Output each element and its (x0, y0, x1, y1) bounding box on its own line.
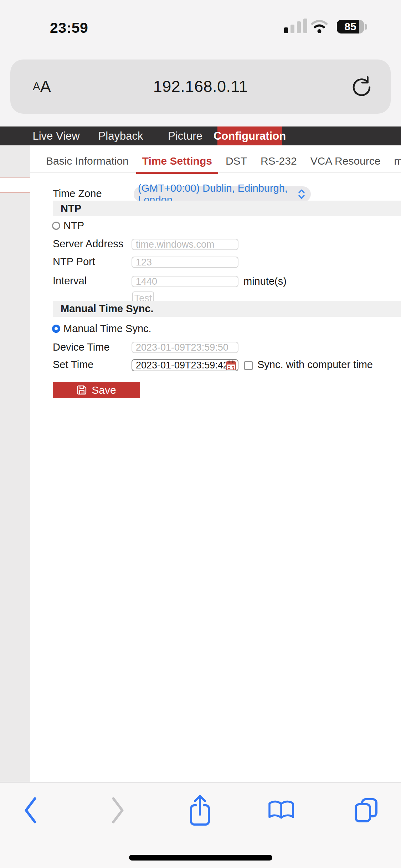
left-menu-strip[interactable] (0, 145, 30, 782)
sync-with-computer-checkbox[interactable] (244, 361, 253, 370)
sync-with-computer-label: Sync. with computer time (257, 358, 373, 371)
reload-icon[interactable] (350, 76, 372, 98)
status-time: 23:59 (50, 20, 88, 36)
nav-item-live-view[interactable]: Live View (24, 126, 88, 145)
interval-input[interactable] (132, 276, 238, 287)
settings-tab-bar: Basic Information Time Settings DST RS-2… (30, 145, 401, 172)
safari-url-bar[interactable]: AA 192.168.0.11 (10, 60, 391, 114)
calendar-icon[interactable] (226, 360, 236, 371)
bookmarks-icon[interactable] (267, 799, 295, 822)
save-button[interactable]: Save (53, 382, 140, 398)
save-button-label: Save (92, 384, 116, 396)
nav-item-configuration[interactable]: Configuration (217, 126, 282, 145)
wifi-icon (311, 18, 328, 33)
ntp-port-label: NTP Port (53, 255, 95, 268)
tab-dst[interactable]: DST (226, 155, 247, 167)
home-indicator[interactable] (129, 855, 272, 861)
status-and-url-chrome: 23:59 85 AA 192.168.0.11 (0, 0, 401, 126)
tab-vca-resource[interactable]: VCA Resource (310, 155, 381, 167)
safari-bottom-toolbar (0, 782, 401, 868)
manual-sync-section-header: Manual Time Sync. (53, 301, 401, 317)
forward-icon[interactable] (109, 796, 126, 824)
ntp-section-header: NTP (53, 201, 401, 216)
set-time-label: Set Time (53, 358, 93, 371)
device-time-input (132, 342, 238, 353)
tab-time-settings[interactable]: Time Settings (142, 155, 212, 167)
manual-sync-radio[interactable] (52, 325, 60, 333)
ntp-port-input[interactable] (132, 257, 238, 268)
tab-basic-information[interactable]: Basic Information (46, 155, 129, 167)
share-icon[interactable] (186, 794, 214, 827)
chevron-up-down-icon (297, 189, 306, 200)
time-zone-label: Time Zone (53, 187, 102, 200)
back-icon[interactable] (22, 796, 39, 824)
ntp-radio-label: NTP (63, 219, 84, 232)
server-address-input[interactable] (132, 239, 238, 250)
tab-metadata-settings[interactable]: metadata Settings (394, 155, 401, 167)
tab-rs232[interactable]: RS-232 (261, 155, 297, 167)
server-address-label: Server Address (53, 238, 123, 250)
battery-indicator: 85 (337, 20, 364, 33)
time-zone-select[interactable]: (GMT+00:00) Dublin, Edinburgh, London (134, 186, 311, 202)
manual-sync-radio-label: Manual Time Sync. (63, 322, 151, 335)
interval-suffix: minute(s) (243, 275, 287, 287)
nav-item-picture[interactable]: Picture (153, 126, 217, 145)
site-nav-bar: Live View Playback Picture Configuration (0, 126, 401, 145)
interval-label: Interval (53, 275, 87, 287)
device-time-label: Device Time (53, 341, 110, 353)
cellular-signal-icon (284, 19, 308, 33)
page-content: Basic Information Time Settings DST RS-2… (0, 145, 401, 782)
tabs-icon[interactable] (353, 797, 380, 824)
ntp-radio[interactable] (52, 222, 60, 230)
nav-item-playback[interactable]: Playback (88, 126, 153, 145)
left-menu-selected-item[interactable] (0, 177, 30, 193)
save-floppy-icon (77, 385, 87, 395)
url-text: 192.168.0.11 (10, 60, 391, 114)
set-time-input[interactable] (132, 359, 238, 371)
